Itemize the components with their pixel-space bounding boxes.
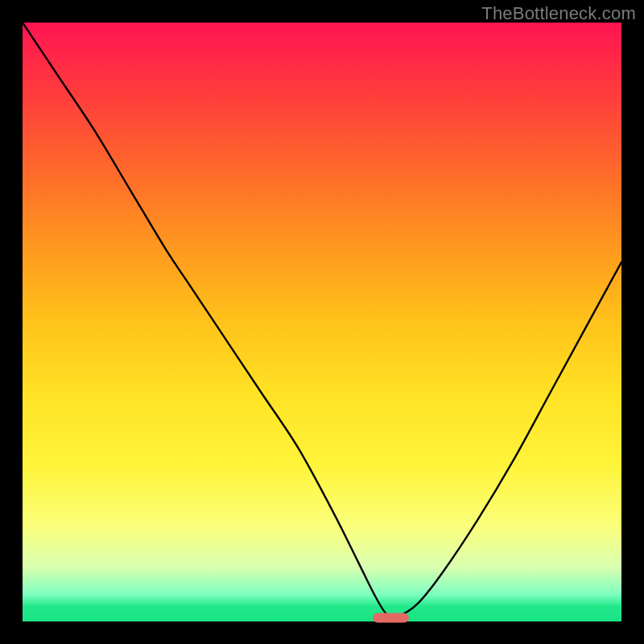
optimal-marker bbox=[373, 613, 409, 623]
bottleneck-curve bbox=[23, 23, 621, 617]
chart-svg bbox=[23, 23, 621, 621]
chart-area bbox=[23, 23, 621, 621]
watermark-text: TheBottleneck.com bbox=[481, 3, 636, 24]
